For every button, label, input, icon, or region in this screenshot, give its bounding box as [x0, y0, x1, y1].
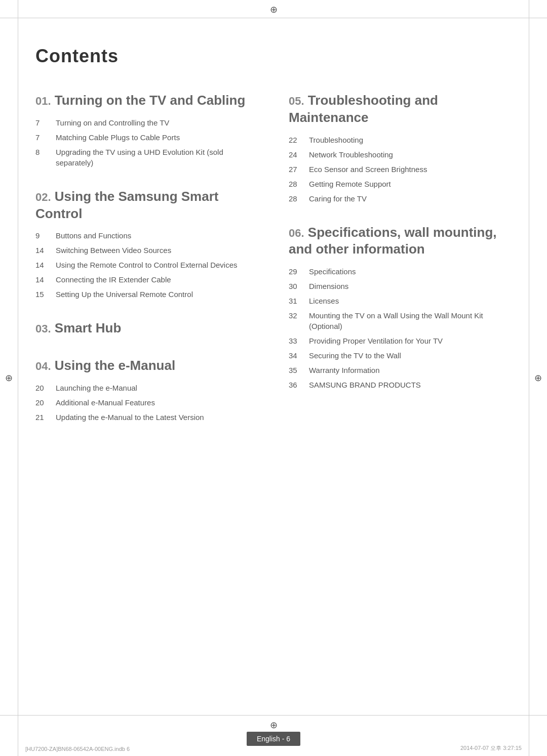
item-text: Caring for the TV: [309, 193, 512, 204]
section-title-05: 05. Troubleshooting and Maintenance: [289, 92, 512, 127]
section-items-04: 20Launching the e-Manual20Additional e-M…: [35, 383, 258, 423]
list-item: 20Additional e-Manual Features: [35, 397, 258, 408]
item-page-number: 27: [289, 164, 301, 175]
section-05: 05. Troubleshooting and Maintenance22Tro…: [289, 92, 512, 204]
reg-mark-top: ⊕: [270, 4, 278, 15]
section-number-03: 03.: [35, 322, 51, 335]
list-item: 14Switching Between Video Sources: [35, 245, 258, 256]
list-item: 22Troubleshooting: [289, 135, 512, 145]
item-text: Specifications: [309, 266, 512, 277]
item-text: Launching the e-Manual: [56, 383, 258, 393]
list-item: 8Upgrading the TV using a UHD Evolution …: [35, 147, 258, 168]
item-text: Setting Up the Universal Remote Control: [56, 289, 258, 300]
section-items-01: 7Turning on and Controlling the TV7Match…: [35, 117, 258, 168]
section-number-05: 05.: [289, 95, 304, 107]
reg-mark-left: ⊕: [5, 372, 13, 384]
item-page-number: 20: [35, 397, 48, 408]
item-text: Providing Proper Ventilation for Your TV: [309, 335, 512, 346]
list-item: 34Securing the TV to the Wall: [289, 350, 512, 361]
item-text: Mounting the TV on a Wall Using the Wall…: [309, 310, 512, 331]
item-page-number: 22: [289, 135, 301, 145]
section-title-03: 03. Smart Hub: [35, 320, 258, 337]
item-page-number: 32: [289, 310, 301, 331]
list-item: 32Mounting the TV on a Wall Using the Wa…: [289, 310, 512, 331]
item-text: Troubleshooting: [309, 135, 512, 145]
item-text: SAMSUNG BRAND PRODUCTS: [309, 380, 512, 390]
list-item: 30Dimensions: [289, 281, 512, 291]
list-item: 9Buttons and Functions: [35, 230, 258, 241]
list-item: 24Network Troubleshooting: [289, 149, 512, 160]
item-text: Licenses: [309, 296, 512, 306]
border-top: [0, 18, 547, 18]
list-item: 28Getting Remote Support: [289, 179, 512, 189]
reg-mark-bottom: ⊕: [270, 720, 278, 731]
list-item: 31Licenses: [289, 296, 512, 306]
footer-file-info: [HU7200-ZA]BN68-06542A-00ENG.indb 6: [25, 746, 130, 752]
item-page-number: 8: [35, 147, 48, 168]
section-01: 01. Turning on the TV and Cabling7Turnin…: [35, 92, 258, 168]
section-title-02: 02. Using the Samsung Smart Control: [35, 188, 258, 223]
list-item: 14Using the Remote Control to Control Ex…: [35, 260, 258, 270]
item-text: Updating the e-Manual to the Latest Vers…: [56, 412, 258, 423]
section-04: 04. Using the e-Manual20Launching the e-…: [35, 357, 258, 423]
item-page-number: 21: [35, 412, 48, 423]
item-text: Additional e-Manual Features: [56, 397, 258, 408]
item-page-number: 24: [289, 149, 301, 160]
item-text: Network Troubleshooting: [309, 149, 512, 160]
footer: English - 6: [0, 732, 547, 746]
list-item: 27Eco Sensor and Screen Brightness: [289, 164, 512, 175]
item-text: Matching Cable Plugs to Cable Ports: [56, 132, 258, 143]
section-number-02: 02.: [35, 191, 51, 203]
item-page-number: 31: [289, 296, 301, 306]
section-02: 02. Using the Samsung Smart Control9Butt…: [35, 188, 258, 300]
item-text: Switching Between Video Sources: [56, 245, 258, 256]
section-03: 03. Smart Hub: [35, 320, 258, 337]
item-page-number: 35: [289, 365, 301, 375]
section-title-04: 04. Using the e-Manual: [35, 357, 258, 374]
section-number-01: 01.: [35, 95, 51, 107]
item-page-number: 33: [289, 335, 301, 346]
item-text: Warranty Information: [309, 365, 512, 375]
item-text: Using the Remote Control to Control Exte…: [56, 260, 258, 270]
item-text: Securing the TV to the Wall: [309, 350, 512, 361]
list-item: 36SAMSUNG BRAND PRODUCTS: [289, 380, 512, 390]
item-text: Upgrading the TV using a UHD Evolution K…: [56, 147, 258, 168]
section-title-01: 01. Turning on the TV and Cabling: [35, 92, 258, 109]
item-page-number: 36: [289, 380, 301, 390]
reg-mark-right: ⊕: [534, 372, 542, 384]
item-page-number: 34: [289, 350, 301, 361]
item-page-number: 14: [35, 274, 48, 285]
item-text: Getting Remote Support: [309, 179, 512, 189]
section-items-02: 9Buttons and Functions14Switching Betwee…: [35, 230, 258, 300]
item-page-number: 29: [289, 266, 301, 277]
item-page-number: 14: [35, 260, 48, 270]
item-page-number: 7: [35, 132, 48, 143]
list-item: 28Caring for the TV: [289, 193, 512, 204]
list-item: 33Providing Proper Ventilation for Your …: [289, 335, 512, 346]
section-number-06: 06.: [289, 227, 304, 239]
section-title-06: 06. Specifications, wall mounting, and o…: [289, 224, 512, 259]
content-columns: 01. Turning on the TV and Cabling7Turnin…: [35, 92, 512, 443]
item-page-number: 14: [35, 245, 48, 256]
section-06: 06. Specifications, wall mounting, and o…: [289, 224, 512, 391]
item-text: Eco Sensor and Screen Brightness: [309, 164, 512, 175]
item-page-number: 9: [35, 230, 48, 241]
list-item: 14Connecting the IR Extender Cable: [35, 274, 258, 285]
list-item: 7Turning on and Controlling the TV: [35, 117, 258, 128]
footer-date: 2014-07-07 오후 3:27:15: [460, 744, 522, 752]
list-item: 7Matching Cable Plugs to Cable Ports: [35, 132, 258, 143]
column-left: 01. Turning on the TV and Cabling7Turnin…: [35, 92, 258, 443]
border-bottom: [0, 715, 547, 716]
item-page-number: 15: [35, 289, 48, 300]
section-items-06: 29Specifications30Dimensions31Licenses32…: [289, 266, 512, 390]
border-left: [18, 0, 18, 756]
item-page-number: 28: [289, 179, 301, 189]
page-wrapper: ⊕ ⊕ ⊕ ⊕ Contents 01. Turning on the TV a…: [0, 0, 547, 756]
item-page-number: 7: [35, 117, 48, 128]
column-right: 05. Troubleshooting and Maintenance22Tro…: [289, 92, 512, 443]
list-item: 15Setting Up the Universal Remote Contro…: [35, 289, 258, 300]
item-page-number: 20: [35, 383, 48, 393]
list-item: 21Updating the e-Manual to the Latest Ve…: [35, 412, 258, 423]
list-item: 35Warranty Information: [289, 365, 512, 375]
list-item: 29Specifications: [289, 266, 512, 277]
